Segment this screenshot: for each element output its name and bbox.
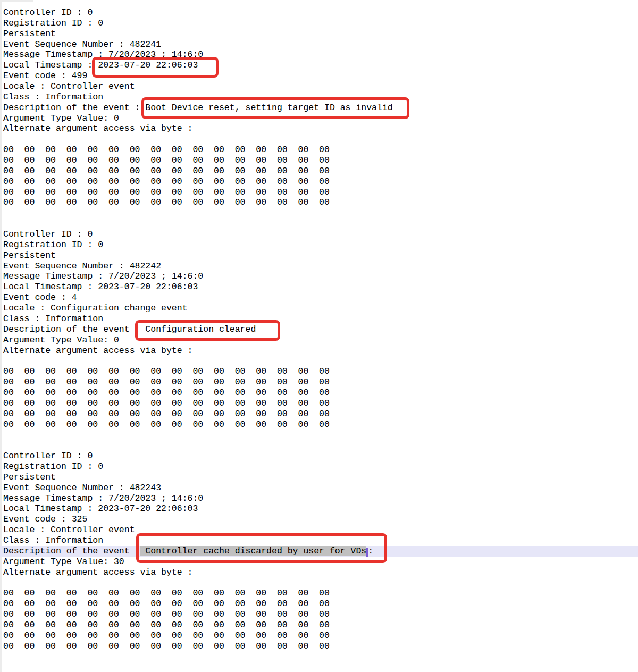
hex-row: 00 00 00 00 00 00 00 00 00 00 00 00 00 0… — [0, 166, 638, 177]
annotation-box-local-timestamp — [92, 57, 219, 78]
log-line: Message Timestamp : 7/20/2023 ; 14:6:0 — [0, 271, 638, 282]
hex-row: 00 00 00 00 00 00 00 00 00 00 00 00 00 0… — [0, 197, 638, 208]
description-label: Description of the event : — [3, 546, 140, 556]
log-line: Controller ID : 0 — [0, 7, 638, 18]
log-line: Event Sequence Number : 482242 — [0, 261, 638, 272]
log-line: Class : Information — [0, 314, 638, 324]
log-line — [0, 430, 638, 440]
log-line — [0, 219, 638, 229]
log-line — [0, 356, 638, 366]
log-line: Event code : 325 — [0, 514, 638, 525]
log-line: Registration ID : 0 — [0, 18, 638, 29]
annotation-box-cache-discarded — [136, 533, 387, 563]
log-line: Persistent — [0, 29, 638, 39]
hex-row: 00 00 00 00 00 00 00 00 00 00 00 00 00 0… — [0, 641, 638, 652]
hex-row: 00 00 00 00 00 00 00 00 00 00 00 00 00 0… — [0, 631, 638, 641]
log-line: Argument Type Value: 0 — [0, 335, 638, 346]
log-line — [0, 208, 638, 219]
annotation-box-boot-device-reset — [141, 97, 409, 119]
log-line: Description of the event : Configuration… — [0, 324, 638, 335]
log-line: Controller ID : 0 — [0, 451, 638, 461]
log-line: Alternate argument access via byte : — [0, 346, 638, 356]
log-line — [0, 440, 638, 451]
log-line: Alternate argument access via byte : — [0, 123, 638, 134]
hex-row: 00 00 00 00 00 00 00 00 00 00 00 00 00 0… — [0, 620, 638, 631]
log-line: Event code : 4 — [0, 292, 638, 303]
annotation-box-configuration-cleared — [135, 320, 280, 341]
log-line: Persistent — [0, 472, 638, 483]
hex-row: 00 00 00 00 00 00 00 00 00 00 00 00 00 0… — [0, 599, 638, 609]
hex-row: 00 00 00 00 00 00 00 00 00 00 00 00 00 0… — [0, 366, 638, 377]
hex-row: 00 00 00 00 00 00 00 00 00 00 00 00 00 0… — [0, 419, 638, 430]
log-line: Local Timestamp : 2023-07-20 22:06:03 — [0, 503, 638, 514]
hex-row: 00 00 00 00 00 00 00 00 00 00 00 00 00 0… — [0, 177, 638, 187]
log-line: Registration ID : 0 — [0, 240, 638, 250]
log-line: Persistent — [0, 250, 638, 261]
hex-row: 00 00 00 00 00 00 00 00 00 00 00 00 00 0… — [0, 155, 638, 166]
log-line: Event Sequence Number : 482241 — [0, 39, 638, 50]
log-line: Message Timestamp : 7/20/2023 ; 14:6:0 — [0, 493, 638, 504]
log-line: Alternate argument access via byte : — [0, 567, 638, 578]
log-line: Controller ID : 0 — [0, 229, 638, 240]
log-line: Event Sequence Number : 482243 — [0, 483, 638, 493]
hex-row: 00 00 00 00 00 00 00 00 00 00 00 00 00 0… — [0, 409, 638, 419]
hex-row: 00 00 00 00 00 00 00 00 00 00 00 00 00 0… — [0, 609, 638, 620]
event-log-document: Controller ID : 0Registration ID : 0Pers… — [0, 0, 638, 672]
log-line — [0, 134, 638, 145]
log-line: Registration ID : 0 — [0, 461, 638, 472]
hex-row: 00 00 00 00 00 00 00 00 00 00 00 00 00 0… — [0, 145, 638, 155]
log-line: Locale : Configuration change event — [0, 303, 638, 314]
hex-row: 00 00 00 00 00 00 00 00 00 00 00 00 00 0… — [0, 388, 638, 398]
hex-row: 00 00 00 00 00 00 00 00 00 00 00 00 00 0… — [0, 377, 638, 388]
hex-row: 00 00 00 00 00 00 00 00 00 00 00 00 00 0… — [0, 187, 638, 198]
hex-row: 00 00 00 00 00 00 00 00 00 00 00 00 00 0… — [0, 398, 638, 409]
log-line — [0, 577, 638, 588]
hex-row: 00 00 00 00 00 00 00 00 00 00 00 00 00 0… — [0, 588, 638, 599]
log-line: Local Timestamp : 2023-07-20 22:06:03 — [0, 282, 638, 292]
log-line: Locale : Controller event — [0, 81, 638, 92]
